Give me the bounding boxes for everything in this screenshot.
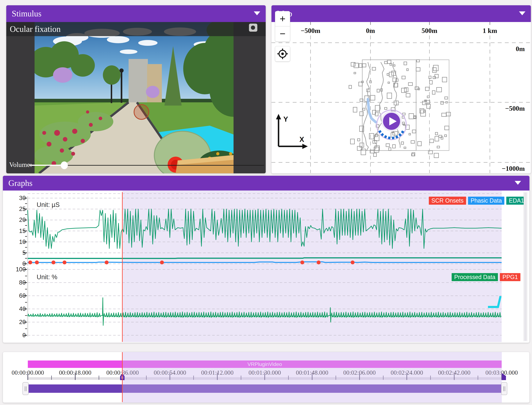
scr-onset-dot — [317, 261, 321, 264]
picture-in-picture-icon[interactable] — [249, 24, 257, 32]
timeline-major-tick — [27, 372, 28, 380]
site-plan-building — [401, 142, 403, 144]
axis-x-label: X — [300, 135, 304, 143]
scr-onset-dot — [52, 261, 55, 264]
stimulus-video[interactable]: Ocular fixation Volume: — [6, 22, 266, 173]
timeline-major-tick — [217, 372, 218, 380]
zoom-out-button[interactable]: − — [275, 26, 290, 41]
zoom-in-button[interactable]: + — [275, 11, 290, 26]
site-plan-building — [435, 132, 438, 135]
site-plan-building — [437, 146, 440, 148]
chart2-unit-label: Unit: % — [37, 273, 57, 281]
site-plan-building — [446, 112, 450, 116]
map-x-label: 0m — [366, 27, 375, 34]
zoom-button-group: + − — [275, 11, 290, 42]
site-plan-building — [442, 77, 447, 82]
site-plan-building — [369, 134, 374, 139]
site-plan-building — [433, 65, 438, 71]
site-plan-building — [439, 135, 442, 137]
charts-plot[interactable]: 051015202530020406080100 — [8, 192, 507, 339]
clip-label: VRPluginVideo — [247, 361, 282, 367]
chevron-down-icon[interactable] — [519, 11, 525, 15]
site-plan-building — [433, 76, 436, 79]
timeline-minor-tick — [193, 376, 194, 380]
map-canvas[interactable]: −500m0m500m1 km0m−500m−1000m — [272, 22, 531, 173]
axis-y-label: Y — [283, 115, 288, 123]
chevron-down-icon[interactable] — [254, 11, 260, 15]
legend-processed-data[interactable]: Processed Data — [452, 273, 498, 281]
site-plan-building — [354, 72, 356, 74]
tonic-series — [28, 258, 502, 258]
scrollbar-thumb[interactable] — [525, 192, 526, 341]
timeline-major-tick — [264, 372, 265, 380]
map-y-label: 0m — [516, 45, 525, 53]
site-plan-building — [357, 139, 360, 141]
timeline-minor-tick — [336, 376, 336, 380]
map-x-label: −500m — [301, 27, 320, 34]
site-plan-building — [354, 63, 358, 68]
scr-onset-dot — [62, 261, 66, 264]
volume-track[interactable] — [64, 165, 264, 166]
recenter-button[interactable] — [275, 46, 290, 61]
site-plan-building — [388, 82, 390, 83]
site-plan-building — [442, 113, 446, 116]
chart1-unit-label: Unit: µS — [37, 201, 60, 208]
site-plan-building — [386, 144, 390, 147]
timeline-major-tick — [454, 372, 455, 380]
legend-scr-onsets[interactable]: SCR Onsets — [429, 197, 466, 205]
ppg-series — [28, 298, 501, 325]
range-handle-left[interactable] — [22, 382, 29, 395]
site-plan-building — [394, 65, 395, 66]
timeline-major-tick — [170, 372, 170, 380]
map-header[interactable]: Map — [272, 5, 531, 22]
range-handle-right[interactable] — [501, 382, 507, 395]
site-plan-building — [417, 142, 421, 146]
stimulus-title: Stimulus — [12, 9, 41, 18]
legend-ppg1[interactable]: PPG1 — [500, 273, 520, 281]
timeline-minor-tick — [99, 376, 99, 380]
site-plan-building — [430, 139, 434, 143]
legend-phasic-data[interactable]: Phasic Data — [468, 197, 504, 205]
site-plan-building — [427, 96, 430, 98]
timeline-minor-tick — [383, 376, 383, 380]
map-y-label: −1000m — [502, 165, 525, 172]
timeline-major-tick — [406, 372, 407, 380]
site-plan-building — [437, 88, 442, 92]
site-plan-building — [404, 147, 406, 148]
site-plan-building — [409, 133, 410, 135]
site-plan-building — [430, 81, 432, 84]
site-plan-building — [360, 99, 363, 101]
caption-text: Ocular fixation — [10, 24, 61, 34]
site-plan-building — [406, 94, 410, 97]
chart2-legend: Processed DataPPG1 — [452, 273, 520, 281]
scr-onset-dot — [160, 261, 164, 264]
graphs-scrollbar[interactable] — [524, 192, 527, 341]
site-plan-building — [424, 100, 427, 101]
volume-knob[interactable] — [61, 162, 68, 169]
site-plan-building — [387, 74, 389, 75]
site-plan-building — [429, 76, 431, 79]
playback-cursor-timeline — [122, 352, 123, 402]
site-plan-building — [416, 68, 420, 71]
phasic-series — [28, 262, 502, 263]
site-plan-building — [414, 116, 416, 118]
video-clip-bar[interactable]: VRPluginVideo — [28, 360, 502, 368]
scr-onset-dot — [28, 261, 32, 264]
timeline-panel: VRPluginVideo 00:00:00.00000:00:18.00000… — [3, 352, 530, 403]
range-slider-bar[interactable] — [28, 385, 502, 393]
timeline-minor-tick — [478, 376, 478, 380]
site-plan-building — [425, 87, 429, 91]
timeline-minor-tick — [430, 376, 431, 380]
event-marker — [489, 297, 500, 307]
timeline-minor-tick — [51, 376, 52, 380]
site-plan-building — [377, 89, 380, 92]
stimulus-header[interactable]: Stimulus — [6, 5, 266, 22]
graphs-header[interactable]: Graphs — [3, 176, 529, 190]
site-plan-building — [427, 104, 430, 108]
site-plan-building — [428, 151, 432, 154]
scr-onset-dot — [105, 261, 109, 264]
site-plan-building — [441, 101, 443, 104]
chevron-down-icon[interactable] — [515, 181, 521, 185]
volume-track-filled[interactable] — [29, 165, 64, 166]
trajectory-path — [368, 99, 376, 122]
